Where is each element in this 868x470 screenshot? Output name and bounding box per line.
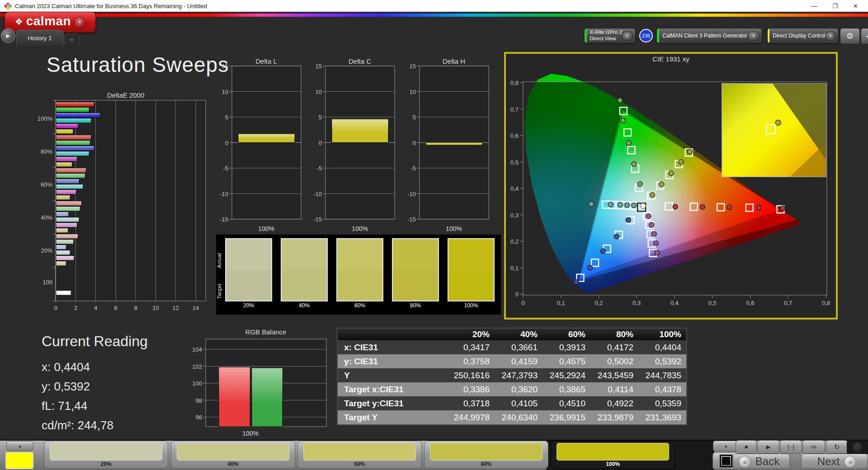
target-row-label: Target [217,275,224,307]
stop-icon: ■ [745,444,748,450]
title-bar: Calman 2023 Calman Ultimate for Business… [0,0,868,12]
svg-text:0,4: 0,4 [670,300,679,306]
delta-l-chart: Delta L 15 10 5 0 -5 -10 -15 100% [211,56,308,236]
svg-text:6: 6 [114,305,117,311]
play-measure-button[interactable]: ▶ [757,440,779,454]
svg-text:0: 0 [54,305,57,311]
svg-text:-5: -5 [410,165,416,172]
table-row: y: CIE310,37580,41590,45750,50020,5392 [338,354,686,368]
back-label: Back [755,455,779,468]
svg-text:0,6: 0,6 [510,132,519,139]
svg-text:96: 96 [196,414,202,421]
compare-swatch-label: 60% [336,302,383,309]
calman-logo-icon: ❖ [15,16,23,27]
svg-text:-10: -10 [313,191,322,197]
delta-h-chart: Delta H 15 10 5 0 -5 -10 -15 100% [399,56,496,236]
svg-text:0,4: 0,4 [510,185,519,192]
pattern-swatch-40%[interactable]: 40% [171,441,295,469]
continuous-measure-button[interactable]: ∞ [802,440,825,454]
svg-text:12: 12 [172,305,179,311]
calman-logo-text: calman [26,14,71,28]
pattern-swatch-60%[interactable]: 60% [297,441,422,469]
collapse-panel-button[interactable]: ◀ [861,28,868,44]
pattern-panel-expand-button[interactable]: ▲ [6,441,33,451]
next-button[interactable]: Next » [801,454,868,469]
record-dot-icon [853,442,863,452]
display-control-dropdown[interactable]: Direct Display Control ▼ [767,28,839,43]
svg-text:10: 10 [152,305,159,311]
minimize-button[interactable]: — [811,3,817,9]
record-indicator [847,441,868,454]
refresh-icon: ↻ [834,443,840,451]
next-chevron-icon: » [844,456,856,468]
compare-swatch-label: 100% [448,302,495,309]
compare-swatch-100% [448,238,495,301]
svg-text:0,6: 0,6 [746,300,754,306]
svg-text:100%: 100% [258,225,274,232]
svg-text:0,2: 0,2 [594,300,603,306]
tab-label: History 1 [28,35,52,42]
current-reading-title: Current Reading [42,333,148,350]
chevron-down-icon: ▼ [622,32,633,40]
tab-history-1[interactable]: History 1 [16,30,63,46]
settings-button[interactable]: ⚙ [840,28,860,44]
gear-icon: ⚙ [846,31,854,41]
deltae2000-chart: DeltaE 2000 0 2 4 6 8 10 12 14 [27,89,213,315]
table-row: Target x:CIE310,33860,36200,38650,41140,… [338,382,686,396]
svg-text:0,3: 0,3 [632,300,641,306]
pattern-swatch-20%[interactable]: 20% [44,441,168,469]
svg-text:104: 104 [192,346,202,353]
compare-swatch-40% [281,238,328,301]
meter-status-badge: 236 [639,29,653,42]
svg-text:-10: -10 [220,191,228,197]
add-tab-button[interactable]: + [64,33,80,46]
restore-button[interactable]: ❐ [832,3,838,9]
svg-text:100%: 100% [242,430,259,437]
table-row: Y250,1616247,3793245,2924243,5459244,783… [338,368,686,382]
svg-text:DeltaE 2000: DeltaE 2000 [107,91,145,99]
series-measure-button[interactable]: [··] [780,440,802,454]
series-icon: [··] [788,444,794,450]
close-button[interactable]: ✕ [853,3,858,9]
actual-row-label: Actual [217,244,224,276]
svg-text:-10: -10 [407,191,416,197]
meter-dropdown[interactable]: X-Rite i1Pro 2Direct View ▼ [584,28,636,43]
svg-text:-5: -5 [223,165,228,172]
pattern-generator-dropdown[interactable]: CalMAN Client 3 Pattern Generator ▼ [656,28,762,43]
meter-status-bar [585,28,587,43]
svg-text:2: 2 [74,305,77,311]
svg-text:100%: 100% [352,225,368,232]
measurement-table: 20%40%60%80%100% x: CIE310,34170,36610,3… [337,328,687,425]
back-button[interactable]: « Back [733,454,790,469]
svg-text:20%: 20% [41,247,52,254]
tab-scroll-button[interactable]: ▶ [1,28,15,43]
pattern-swatch-100%[interactable]: 100% [551,441,675,469]
pattern-swatch-label: 60% [298,461,421,467]
pattern-swatch-label: 40% [171,461,295,467]
infinity-icon: ∞ [811,443,816,451]
current-reading-block: Current Reading x: 0,4404 y: 0,5392 fL: … [42,333,148,435]
single-measure-button[interactable]: ■ [736,440,757,454]
app-icon [4,2,12,10]
svg-text:4: 4 [94,305,97,311]
svg-text:0,2: 0,2 [510,238,519,245]
svg-text:Delta H: Delta H [443,57,465,65]
svg-text:100: 100 [42,279,52,286]
svg-text:-15: -15 [313,216,322,223]
svg-text:Delta C: Delta C [349,57,371,65]
display-control-label: Direct Display Control [773,33,825,39]
rgb-balance-chart: RGB Balance 104 102 100 98 96 100% [190,327,331,440]
svg-text:5: 5 [225,114,228,121]
table-row: Target Y244,9978240,6340236,9915233,9879… [338,410,686,424]
pattern-swatch-80%[interactable]: 80% [424,441,548,469]
compare-swatch-20% [225,238,272,301]
svg-text:0,3: 0,3 [510,212,519,219]
cie-chart-plot: 0 0 0,1 0,1 0,2 0,2 0,3 0,3 0,4 0,4 0,5 [506,65,836,319]
chevron-down-icon: ▼ [826,32,836,40]
svg-text:RGB Balance: RGB Balance [245,328,287,336]
svg-text:0: 0 [225,140,228,146]
refresh-measure-button[interactable]: ↻ [826,440,848,454]
svg-text:0,7: 0,7 [510,106,519,113]
current-color-tile[interactable] [5,452,33,469]
table-header-row: 20%40%60%80%100% [338,329,686,340]
